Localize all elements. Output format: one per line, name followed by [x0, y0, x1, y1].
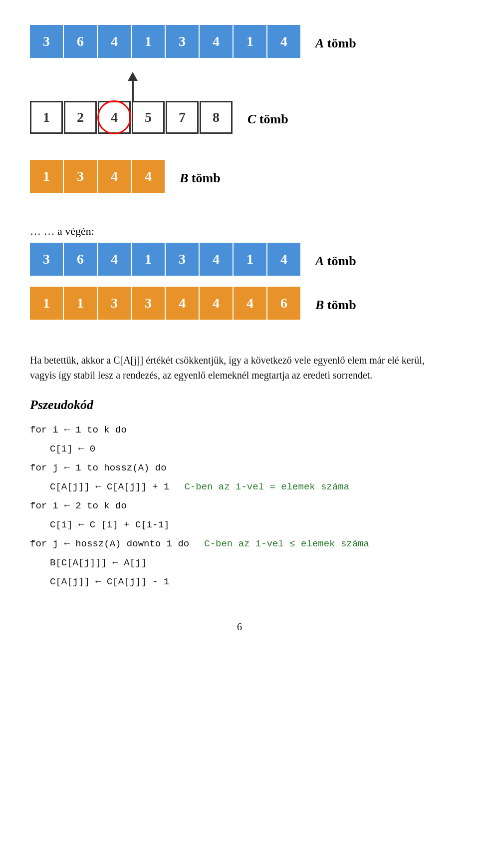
b-tomb-bottom-row: 1 1 3 3 4 4 4 6 B tömb: [30, 287, 449, 324]
pseudo-code-1: for i ← 1 to k do: [30, 421, 127, 439]
pseudo-code-2: C[i] ← 0: [50, 439, 95, 458]
pseudo-code-8: B[C[A[j]]] ← A[j]: [50, 553, 147, 572]
cell-b1: 3: [64, 160, 97, 193]
pseudo-code-6: C[i] ← C [i] + C[i-1]: [50, 515, 169, 534]
cell-b0: 1: [30, 160, 63, 193]
cell-bb5: 4: [200, 287, 233, 320]
cell-bb2: 3: [98, 287, 131, 320]
pseudo-code-4: C[A[j]] ← C[A[j]] + 1: [50, 477, 169, 496]
cell-b2: 4: [98, 160, 131, 193]
pseudo-comment-4: C-ben az i-vel = elemek száma: [184, 477, 349, 496]
a-tomb-bottom-array: 3 6 4 1 3 4 1 4: [30, 243, 301, 276]
cell-bb0: 1: [30, 287, 63, 320]
pseudo-line-7: for j ← hossz(A) downto 1 do C-ben az i-…: [30, 534, 449, 553]
cell-c5: 8: [200, 101, 233, 134]
cell-bb4: 4: [166, 287, 199, 320]
pseudo-line-9: C[A[j]] ← C[A[j]] - 1: [30, 572, 449, 591]
cell-a5: 4: [200, 25, 233, 58]
pseudo-line-4: C[A[j]] ← C[A[j]] + 1 C-ben az i-vel = e…: [30, 477, 449, 496]
a-tomb-top-array: 3 6 4 1 3 4 1 4: [30, 25, 301, 58]
pseudo-comment-7: C-ben az i-vel ≤ elemek száma: [204, 534, 369, 553]
pseudo-code-3: for j ← 1 to hossz(A) do: [30, 458, 167, 477]
cell-a6: 1: [234, 25, 266, 58]
arrow-container: [30, 72, 449, 101]
b-tomb-label: B tömb: [180, 171, 221, 186]
a-tomb-bottom-label: A tömb: [315, 254, 356, 269]
a-tomb-bottom-row: 3 6 4 1 3 4 1 4 A tömb: [30, 243, 449, 280]
cell-a1: 6: [64, 25, 97, 58]
cell-ab6: 1: [234, 243, 266, 276]
arrow-up: [128, 72, 138, 101]
cell-bb7: 6: [267, 287, 300, 320]
pseudo-line-2: C[i] ← 0: [30, 439, 449, 458]
c-tomb-array: 1 2 4 5 7 8: [30, 101, 234, 134]
a-tomb-top-label: A tömb: [315, 36, 356, 51]
cell-c3: 5: [132, 101, 165, 134]
cell-ab2: 4: [98, 243, 131, 276]
cell-c4: 7: [166, 101, 199, 134]
cell-ab1: 6: [64, 243, 97, 276]
arrow-head-icon: [128, 72, 138, 81]
cell-ab5: 4: [200, 243, 233, 276]
c-tomb-label: C tömb: [247, 112, 288, 127]
page-number: 6: [30, 621, 449, 633]
b-tomb-array: 1 3 4 4: [30, 160, 166, 193]
pseudo-line-8: B[C[A[j]]] ← A[j]: [30, 553, 449, 572]
cell-bb6: 4: [234, 287, 266, 320]
b-tomb-bottom-label: B tömb: [315, 298, 356, 313]
a-tomb-top-row: 3 6 4 1 3 4 1 4 A tömb: [30, 25, 449, 62]
cell-b3: 4: [132, 160, 165, 193]
cell-a4: 3: [166, 25, 199, 58]
pseudo-title: Pszeudokód: [30, 398, 449, 413]
cell-ab7: 4: [267, 243, 300, 276]
cell-ab3: 1: [132, 243, 165, 276]
cell-bb1: 1: [64, 287, 97, 320]
cell-ab0: 3: [30, 243, 63, 276]
cell-bb3: 3: [132, 287, 165, 320]
arrow-shaft: [132, 81, 134, 101]
cell-c2-highlighted: 4: [98, 101, 131, 134]
cell-ab4: 3: [166, 243, 199, 276]
paragraph-text: Ha betettük, akkor a C[A[j]] értékét csö…: [30, 353, 449, 383]
cell-a7: 4: [267, 25, 300, 58]
pseudo-code-7: for j ← hossz(A) downto 1 do: [30, 534, 189, 553]
pseudo-line-5: for i ← 2 to k do: [30, 496, 449, 515]
b-tomb-bottom-array: 1 1 3 3 4 4 4 6: [30, 287, 301, 320]
cell-a2: 4: [98, 25, 131, 58]
pseudo-line-3: for j ← 1 to hossz(A) do: [30, 458, 449, 477]
pseudo-line-6: C[i] ← C [i] + C[i-1]: [30, 515, 449, 534]
c-tomb-row: 1 2 4 5 7 8 C tömb: [30, 101, 449, 138]
b-tomb-row: 1 3 4 4 B tömb: [30, 160, 449, 197]
pseudo-block: for i ← 1 to k do C[i] ← 0 for j ← 1 to …: [30, 421, 449, 591]
ellipsis-text: … … a végén:: [30, 225, 449, 238]
cell-c1: 2: [64, 101, 97, 134]
pseudo-code-5: for i ← 2 to k do: [30, 496, 127, 515]
cell-a0: 3: [30, 25, 63, 58]
pseudo-code-9: C[A[j]] ← C[A[j]] - 1: [50, 572, 169, 591]
pseudo-line-1: for i ← 1 to k do: [30, 421, 449, 439]
cell-c0: 1: [30, 101, 63, 134]
cell-a3: 1: [132, 25, 165, 58]
